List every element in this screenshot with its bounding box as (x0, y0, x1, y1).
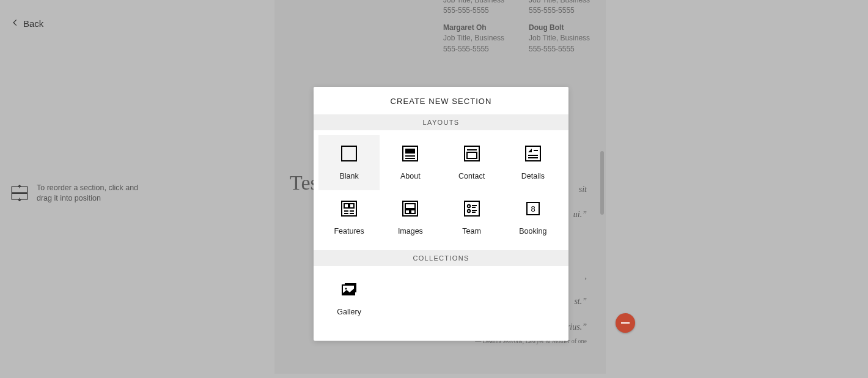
collections-header: COLLECTIONS (314, 250, 568, 266)
svg-rect-4 (342, 146, 356, 161)
reorder-icon (10, 185, 29, 202)
svg-rect-27 (411, 210, 415, 213)
layout-label: About (400, 172, 421, 180)
details-icon (523, 144, 543, 163)
svg-point-30 (467, 210, 469, 212)
layout-option-details[interactable]: Details (502, 135, 564, 190)
svg-rect-26 (405, 210, 410, 213)
svg-point-38 (345, 288, 347, 290)
layouts-header: LAYOUTS (314, 114, 568, 130)
images-icon (400, 199, 420, 218)
svg-rect-25 (405, 204, 415, 209)
layout-label: Booking (519, 227, 546, 235)
blank-icon (339, 144, 359, 163)
layout-option-features[interactable]: Features (318, 190, 380, 245)
team-icon (462, 199, 482, 218)
svg-rect-12 (526, 146, 540, 161)
contact-icon (462, 144, 482, 163)
remove-section-button[interactable] (616, 313, 635, 333)
modal-title: CREATE NEW SECTION (314, 87, 568, 114)
minus-icon (621, 322, 630, 324)
collection-option-gallery[interactable]: Gallery (318, 271, 380, 326)
layout-label: Contact (458, 172, 485, 180)
features-icon (339, 199, 359, 218)
svg-rect-19 (350, 204, 354, 208)
layout-option-blank[interactable]: Blank (318, 135, 380, 190)
svg-marker-13 (528, 149, 532, 152)
layouts-grid: Blank About Contact (314, 130, 568, 250)
collections-grid: Gallery (314, 266, 568, 341)
svg-rect-28 (465, 201, 479, 216)
svg-rect-18 (344, 204, 348, 208)
layout-option-about[interactable]: About (380, 135, 441, 190)
back-label: Back (23, 18, 43, 29)
back-button[interactable]: Back (11, 18, 43, 29)
gallery-icon (339, 280, 359, 299)
svg-rect-11 (467, 152, 477, 158)
layout-option-images[interactable]: Images (380, 190, 441, 245)
chevron-left-icon (11, 18, 20, 29)
svg-point-29 (467, 205, 469, 207)
layout-option-contact[interactable]: Contact (441, 135, 502, 190)
layout-option-team[interactable]: Team (441, 190, 502, 245)
layout-label: Team (462, 227, 481, 235)
scrollbar-thumb[interactable] (600, 151, 604, 215)
layout-option-booking[interactable]: 8 Booking (502, 190, 564, 245)
layout-label: Gallery (337, 308, 361, 316)
svg-text:8: 8 (531, 204, 535, 213)
create-section-modal: CREATE NEW SECTION LAYOUTS Blank About (314, 87, 568, 341)
reorder-hint-text: To reorder a section, click and drag it … (37, 183, 150, 204)
svg-rect-6 (405, 149, 415, 154)
layout-label: Features (334, 227, 364, 235)
layout-label: Details (521, 172, 545, 180)
layout-label: Images (398, 227, 423, 235)
about-icon (400, 144, 420, 163)
layout-label: Blank (339, 172, 358, 180)
booking-icon: 8 (523, 199, 543, 218)
reorder-hint: To reorder a section, click and drag it … (10, 183, 150, 204)
